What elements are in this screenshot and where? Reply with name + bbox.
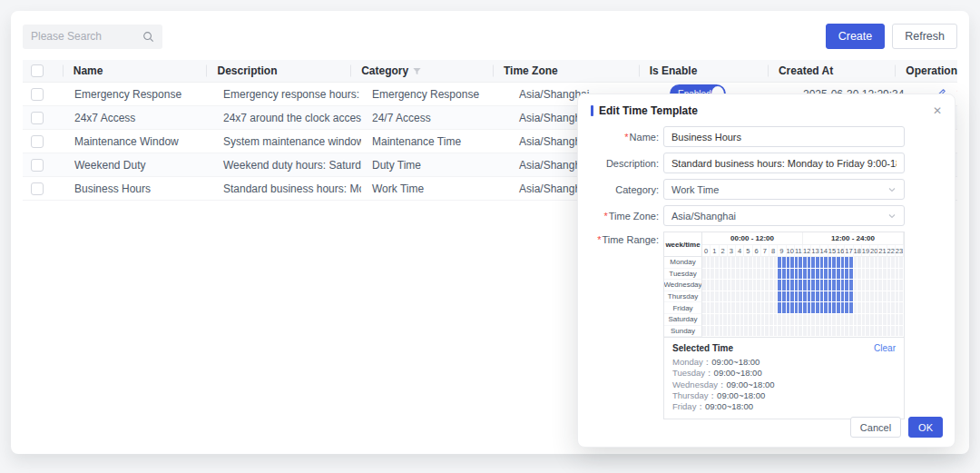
required-marker: * — [603, 211, 607, 222]
time-zone-select[interactable]: Asia/Shanghai — [663, 205, 905, 226]
column-label-name: Name — [74, 64, 103, 77]
search-box[interactable] — [23, 25, 162, 49]
create-button[interactable]: Create — [826, 24, 886, 49]
cell-category: Emergency Response — [361, 83, 508, 105]
selected-time-entry: Thursday：09:00~18:00 — [672, 390, 896, 401]
dialog-title: Edit Time Template — [599, 104, 698, 117]
schedule-day-label: Saturday — [664, 314, 702, 326]
schedule-cell[interactable] — [899, 291, 904, 303]
row-checkbox[interactable] — [31, 88, 44, 101]
schedule-day-label: Monday — [664, 257, 702, 269]
column-label-is-enable: Is Enable — [650, 64, 698, 77]
column-label-created-at: Created At — [779, 64, 833, 77]
schedule-hour-label: 16 — [837, 245, 845, 257]
clear-link[interactable]: Clear — [874, 343, 896, 353]
cell-description: System maintenance window: Sunda... — [212, 130, 361, 153]
schedule-cell[interactable] — [899, 269, 904, 281]
cell-description: Standard business hours: Monday to ... — [212, 177, 361, 200]
schedule-hour-label: 4 — [736, 245, 744, 257]
close-icon[interactable]: ✕ — [933, 105, 942, 116]
cell-category: Duty Time — [361, 153, 508, 176]
description-label: Description: — [591, 158, 663, 169]
schedule-hour-label: 3 — [728, 245, 736, 257]
filter-icon[interactable] — [412, 66, 422, 76]
selected-time-range: 09:00~18:00 — [727, 379, 775, 389]
selected-time-title: Selected Time — [672, 343, 733, 353]
dialog-header: Edit Time Template ✕ — [578, 94, 955, 117]
column-label-operation: Operation — [906, 64, 957, 77]
schedule-hour-label: 15 — [828, 245, 837, 257]
selected-time-header: Selected Time Clear — [672, 343, 896, 353]
selected-time-entry: Monday：09:00~18:00 — [672, 357, 896, 368]
form-row-category: Category: Work Time — [591, 179, 905, 200]
schedule-day-label: Sunday — [664, 326, 702, 338]
required-marker: * — [597, 234, 601, 245]
cancel-button[interactable]: Cancel — [850, 417, 901, 438]
header-cell-operation: Operation — [895, 60, 957, 82]
row-checkbox[interactable] — [31, 112, 44, 124]
schedule-cell[interactable] — [899, 326, 904, 338]
row-checkbox[interactable] — [31, 159, 44, 172]
schedule-hour-label: 11 — [795, 245, 803, 257]
ok-button[interactable]: OK — [908, 417, 943, 438]
schedule-hour-label: 7 — [761, 245, 769, 257]
column-label-category: Category — [361, 64, 408, 77]
schedule-cell[interactable] — [899, 302, 904, 314]
schedule-hour-label: 13 — [811, 245, 819, 257]
cell-description: Emergency response hours: weekday... — [212, 83, 361, 105]
delete-icon[interactable] — [956, 88, 957, 100]
row-checkbox[interactable] — [31, 182, 44, 195]
schedule-hour-label: 0 — [702, 245, 710, 257]
category-select[interactable]: Work Time — [663, 179, 905, 200]
selected-time-range: 09:00~18:00 — [714, 368, 762, 378]
schedule-hour-label: 6 — [753, 245, 761, 257]
form-row-name: *Name: — [591, 126, 905, 147]
schedule-cell[interactable] — [899, 257, 904, 269]
column-label-description: Description — [217, 64, 277, 77]
schedule-cell[interactable] — [899, 280, 904, 291]
refresh-button[interactable]: Refresh — [892, 24, 957, 49]
schedule-hour-label: 23 — [896, 245, 904, 257]
selected-time-range: 09:00~18:00 — [705, 401, 753, 411]
schedule-hour-label: 8 — [769, 245, 778, 257]
edit-time-template-dialog: Edit Time Template ✕ *Name: Description:… — [577, 94, 956, 448]
column-label-time-zone: Time Zone — [504, 64, 558, 77]
header-cell-description: Description — [206, 60, 350, 82]
search-input[interactable] — [31, 30, 142, 43]
header-cell-is-enable: Is Enable — [639, 60, 768, 82]
cell-name: Business Hours — [64, 177, 212, 200]
form-row-description: Description: — [591, 153, 905, 173]
schedule-cell[interactable] — [899, 314, 904, 326]
schedule-hour-label: 12 — [803, 245, 811, 257]
name-field[interactable] — [663, 126, 905, 147]
selected-time-list: Monday：09:00~18:00Tuesday：09:00~18:00Wed… — [672, 357, 896, 412]
form-row-time-zone: *Time Zone: Asia/Shanghai — [591, 205, 905, 226]
dialog-body: *Name: Description: Category: Work Time … — [578, 117, 955, 411]
search-icon — [142, 31, 154, 43]
dialog-footer: Cancel OK — [578, 411, 955, 447]
selected-time-day: Thursday： — [672, 390, 717, 400]
schedule-hour-label: 14 — [820, 245, 828, 257]
cell-category: Maintenance Time — [361, 130, 508, 153]
time-range-picker: week/time00:00 - 12:0012:00 - 24:0001234… — [663, 232, 905, 419]
header-cell-name: Name — [63, 60, 207, 82]
required-marker: * — [624, 132, 628, 143]
description-field[interactable] — [663, 153, 905, 173]
schedule-hour-label: 10 — [787, 245, 795, 257]
schedule-group-header: 00:00 - 12:00 — [702, 232, 803, 245]
schedule-hour-label: 5 — [744, 245, 752, 257]
schedule-hour-label: 2 — [720, 245, 728, 257]
schedule-hour-label: 18 — [854, 245, 862, 257]
schedule-hour-label: 17 — [845, 245, 853, 257]
chevron-down-icon — [887, 185, 897, 194]
cell-category: 24/7 Access — [361, 106, 508, 129]
form-row-time-range: *Time Range: week/time00:00 - 12:0012:00… — [591, 232, 905, 419]
row-checkbox[interactable] — [31, 135, 44, 148]
cell-name: Emergency Response — [64, 83, 212, 105]
selected-time-entry: Wednesday：09:00~18:00 — [672, 379, 896, 390]
time-zone-label: *Time Zone: — [591, 211, 663, 222]
time-zone-select-value: Asia/Shanghai — [671, 211, 736, 222]
name-label: *Name: — [591, 132, 663, 143]
schedule-hour-label: 9 — [778, 245, 786, 257]
select-all-checkbox[interactable] — [31, 64, 44, 77]
